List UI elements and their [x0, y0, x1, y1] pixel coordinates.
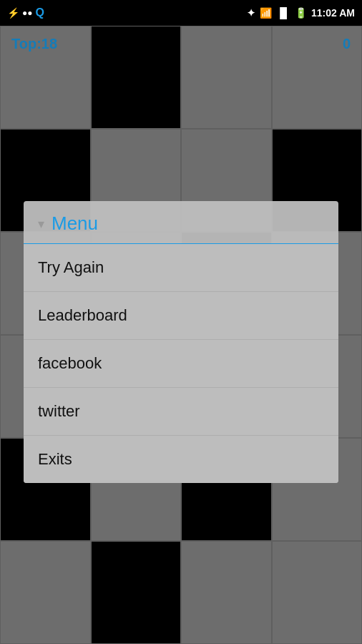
game-area: Top:18 0 ▾ Menu Try Again Leaderboard fa… [0, 26, 362, 644]
menu-dialog: ▾ Menu Try Again Leaderboard facebook tw… [24, 201, 338, 483]
chevron-down-icon: ▾ [38, 216, 44, 232]
battery-icon: 🔋 [295, 7, 307, 19]
usb-icon: ⚡ [7, 7, 19, 19]
time-display: 11:02 AM [311, 7, 355, 19]
signal-icon: ▐▌ [276, 7, 290, 19]
menu-item-exits[interactable]: Exits [24, 436, 338, 483]
menu-title: Menu [52, 213, 98, 235]
status-icons-left: ⚡ ●● Q [7, 6, 44, 19]
status-bar: ⚡ ●● Q ✦ 📶 ▐▌ 🔋 11:02 AM [0, 0, 362, 26]
menu-item-leaderboard[interactable]: Leaderboard [24, 292, 338, 340]
q-icon: Q [36, 6, 44, 19]
bluetooth-icon: ✦ [247, 7, 255, 19]
notification-icon: ●● [22, 8, 33, 18]
menu-item-twitter[interactable]: twitter [24, 388, 338, 436]
wifi-icon: 📶 [260, 7, 272, 19]
menu-item-facebook[interactable]: facebook [24, 340, 338, 388]
menu-overlay[interactable]: ▾ Menu Try Again Leaderboard facebook tw… [0, 26, 362, 644]
menu-item-try-again[interactable]: Try Again [24, 244, 338, 292]
status-icons-right: ✦ 📶 ▐▌ 🔋 11:02 AM [247, 7, 355, 19]
menu-header: ▾ Menu [24, 201, 338, 244]
